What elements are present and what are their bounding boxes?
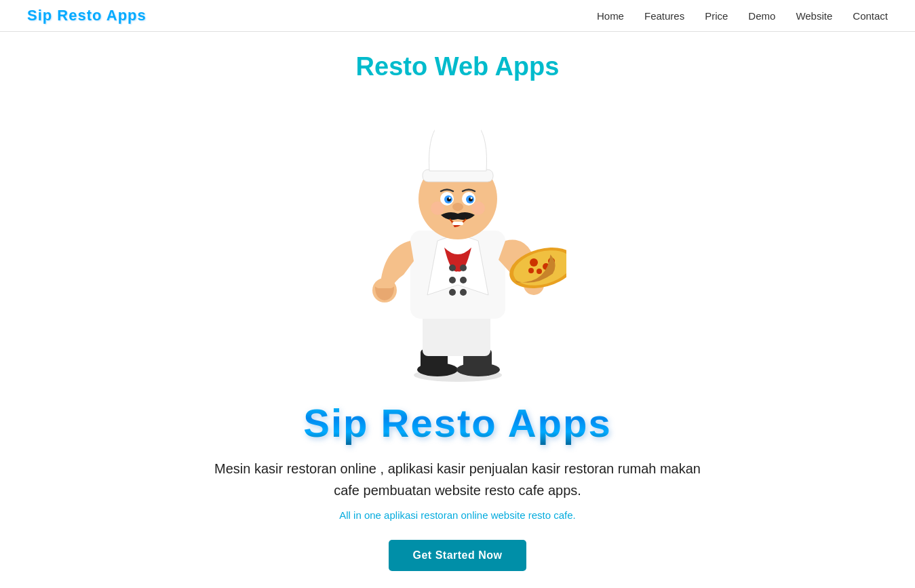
brand-logo-text: Sip Resto Apps xyxy=(303,400,611,446)
main-content: Resto Web Apps xyxy=(0,32,915,588)
svg-point-35 xyxy=(452,203,463,211)
site-header: Sip Resto Apps Home Features Price Demo … xyxy=(0,0,915,32)
nav-item-demo[interactable]: Demo xyxy=(748,10,775,22)
svg-rect-14 xyxy=(375,281,394,288)
svg-rect-25 xyxy=(423,170,493,182)
svg-point-8 xyxy=(449,277,456,283)
svg-point-38 xyxy=(471,201,485,215)
nav-item-home[interactable]: Home xyxy=(597,10,624,22)
svg-point-22 xyxy=(528,268,534,273)
svg-point-7 xyxy=(449,264,456,271)
get-started-button[interactable]: Get Started Now xyxy=(389,540,527,571)
site-logo[interactable]: Sip Resto Apps xyxy=(27,7,147,24)
svg-rect-36 xyxy=(452,222,463,225)
nav-item-features[interactable]: Features xyxy=(644,10,684,22)
nav-item-price[interactable]: Price xyxy=(705,10,728,22)
tagline-text: Mesin kasir restoran online , aplikasi k… xyxy=(203,458,712,501)
svg-point-26 xyxy=(434,108,482,146)
chef-svg-image xyxy=(349,98,566,383)
svg-point-20 xyxy=(537,269,542,274)
nav-item-website[interactable]: Website xyxy=(796,10,832,22)
svg-point-37 xyxy=(431,201,444,215)
svg-point-11 xyxy=(460,277,467,283)
svg-point-34 xyxy=(470,197,472,199)
svg-point-9 xyxy=(449,289,456,296)
chef-illustration xyxy=(332,95,583,387)
svg-point-18 xyxy=(530,258,538,267)
nav-item-contact[interactable]: Contact xyxy=(853,10,888,22)
svg-point-33 xyxy=(448,197,450,199)
sub-tagline-text: All in one aplikasi restoran online webs… xyxy=(339,509,576,521)
page-title: Resto Web Apps xyxy=(356,52,560,81)
svg-point-12 xyxy=(460,289,467,296)
svg-point-10 xyxy=(460,264,467,271)
main-nav: Home Features Price Demo Website Contact xyxy=(597,10,888,22)
